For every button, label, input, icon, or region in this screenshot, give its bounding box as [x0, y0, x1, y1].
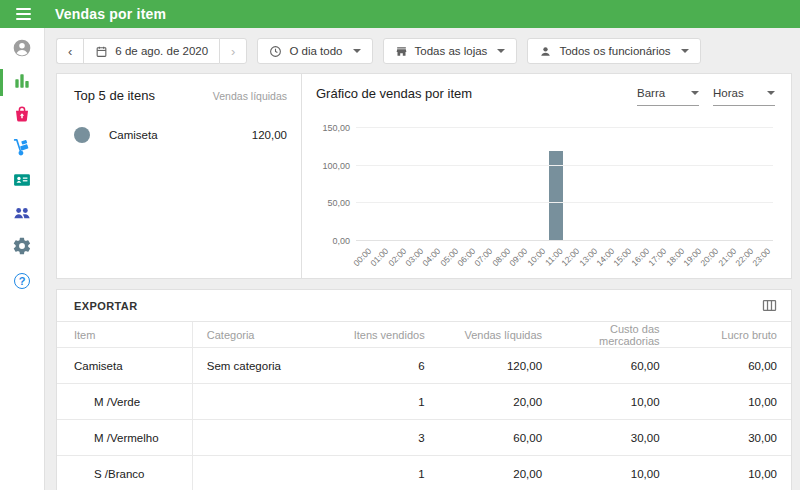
- table-cell-custo_das_mercadorias: 10,00: [556, 456, 673, 490]
- app-bar: Vendas por item: [0, 0, 800, 28]
- avatar-icon: [12, 38, 32, 62]
- store-icon: [395, 45, 408, 58]
- chart-bar-slot: [651, 128, 668, 241]
- table-cell-vendas_liquidas: 20,00: [439, 384, 556, 419]
- chevron-right-icon: ›: [231, 45, 235, 58]
- date-picker-button[interactable]: 6 de ago. de 2020: [83, 38, 219, 64]
- stores-filter-button[interactable]: Todas as lojas: [383, 38, 518, 64]
- chart-y-tick-label: 100,00: [314, 161, 350, 171]
- chart-bar-slot: [443, 128, 460, 241]
- table-cell-lucro_bruto: 60,00: [674, 348, 791, 383]
- gear-icon: [12, 236, 32, 260]
- top5-value-header: Vendas líquidas: [213, 90, 287, 102]
- bar-chart-icon: [12, 71, 32, 95]
- chart-x-tick: 03:00: [408, 242, 425, 269]
- chart-x-tick: 10:00: [530, 242, 547, 269]
- chart-bar-slot: [565, 128, 582, 241]
- sidebar-item-profile[interactable]: [0, 33, 44, 66]
- table-cell-item: M /Verde: [57, 384, 193, 419]
- chart-bar-slot: [426, 128, 443, 241]
- chart-y-tick-label: 0,00: [314, 236, 350, 246]
- top5-list-item: Camiseta 120,00: [74, 127, 287, 143]
- chart-x-tick: 23:00: [756, 242, 773, 269]
- chart-bar-slot: [582, 128, 599, 241]
- table-cell-itens_vendidos: 6: [321, 348, 438, 383]
- sidebar-item-help[interactable]: ?: [0, 264, 44, 297]
- hamburger-menu-icon[interactable]: [16, 8, 31, 20]
- chart-x-tick: 06:00: [460, 242, 477, 269]
- chart-x-tick: 13:00: [582, 242, 599, 269]
- chart-bar-slot: [460, 128, 477, 241]
- chart-bar-slot: [478, 128, 495, 241]
- sidebar-item-settings[interactable]: [0, 231, 44, 264]
- chevron-down-icon: [681, 49, 689, 53]
- export-button[interactable]: EXPORTAR: [74, 300, 138, 312]
- chart-bar-slot: [530, 128, 547, 241]
- chart-x-tick: 05:00: [443, 242, 460, 269]
- chart-bar-slot: [756, 128, 773, 241]
- sidebar-item-reports[interactable]: [0, 66, 44, 99]
- chart-title: Gráfico de vendas por item: [316, 86, 472, 106]
- table-cell-vendas_liquidas: 60,00: [439, 420, 556, 455]
- date-prev-button[interactable]: ‹: [56, 38, 83, 64]
- table-row[interactable]: CamisetaSem categoria6120,0060,0060,00: [57, 348, 791, 384]
- bar-chart-plot: 0,0050,00100,00150,00: [356, 128, 773, 241]
- view-columns-icon[interactable]: [761, 297, 778, 314]
- chart-x-tick: 21:00: [721, 242, 738, 269]
- table-cell-itens_vendidos: 3: [321, 420, 438, 455]
- chart-bar-slot: [356, 128, 373, 241]
- column-header: Vendas líquidas: [439, 322, 556, 347]
- column-header: Item: [57, 322, 193, 347]
- table-row[interactable]: S /Branco120,0010,0010,00: [57, 456, 791, 490]
- table-cell-custo_das_mercadorias: 30,00: [556, 420, 673, 455]
- table-row[interactable]: M /Verde120,0010,0010,00: [57, 384, 791, 420]
- column-header: Custo das mercadorias: [556, 322, 673, 347]
- date-next-button[interactable]: ›: [219, 38, 247, 64]
- table-cell-categoria: [193, 384, 321, 419]
- sidebar-item-items[interactable]: [0, 99, 44, 132]
- chart-gridline: [356, 127, 773, 128]
- table-cell-item: M /Vermelho: [57, 420, 193, 455]
- table-cell-vendas_liquidas: 120,00: [439, 348, 556, 383]
- hand-truck-icon: [12, 137, 32, 161]
- table-cell-lucro_bruto: 10,00: [674, 456, 791, 490]
- shopping-basket-icon: [12, 104, 32, 128]
- table-cell-item: Camiseta: [57, 348, 193, 383]
- table-cell-categoria: Sem categoria: [193, 348, 321, 383]
- chart-x-tick: 17:00: [651, 242, 668, 269]
- chevron-down-icon: [767, 91, 775, 95]
- sidebar-item-customers[interactable]: [0, 198, 44, 231]
- chart-bar-slot: [704, 128, 721, 241]
- chart-x-tick: 15:00: [617, 242, 634, 269]
- chart-gridline: [356, 202, 773, 203]
- table-cell-categoria: [193, 456, 321, 490]
- date-label: 6 de ago. de 2020: [115, 45, 208, 57]
- column-header: Categoria: [193, 322, 321, 347]
- chart-type-select[interactable]: Barra: [637, 86, 699, 106]
- chart-x-tick: 11:00: [547, 242, 564, 269]
- chart-x-tick: 19:00: [686, 242, 703, 269]
- table-cell-lucro_bruto: 30,00: [674, 420, 791, 455]
- series-color-dot: [74, 127, 90, 143]
- page-title: Vendas por item: [55, 6, 166, 22]
- chart-x-tick: 04:00: [426, 242, 443, 269]
- chart-period-value: Horas: [713, 87, 744, 99]
- chart-bar-slot: [495, 128, 512, 241]
- sidebar-item-inventory[interactable]: [0, 132, 44, 165]
- chart-bar-slot: [391, 128, 408, 241]
- top5-item-name: Camiseta: [109, 129, 252, 141]
- table-row[interactable]: M /Vermelho360,0030,0030,00: [57, 420, 791, 456]
- chart-bar-slot: [599, 128, 616, 241]
- sidebar-item-employees[interactable]: [0, 165, 44, 198]
- chart-period-select[interactable]: Horas: [713, 86, 775, 106]
- table-cell-itens_vendidos: 1: [321, 384, 438, 419]
- chart-x-tick: 18:00: [669, 242, 686, 269]
- chart-x-tick: 02:00: [391, 242, 408, 269]
- time-filter-button[interactable]: O dia todo: [257, 38, 372, 64]
- chart-x-tick: 00:00: [356, 242, 373, 269]
- table-header-row: ItemCategoriaItens vendidosVendas líquid…: [57, 322, 791, 348]
- chevron-down-icon: [353, 49, 361, 53]
- employees-filter-button[interactable]: Todos os funcionários: [527, 38, 700, 64]
- chart-x-tick: 16:00: [634, 242, 651, 269]
- calendar-icon: [95, 45, 108, 58]
